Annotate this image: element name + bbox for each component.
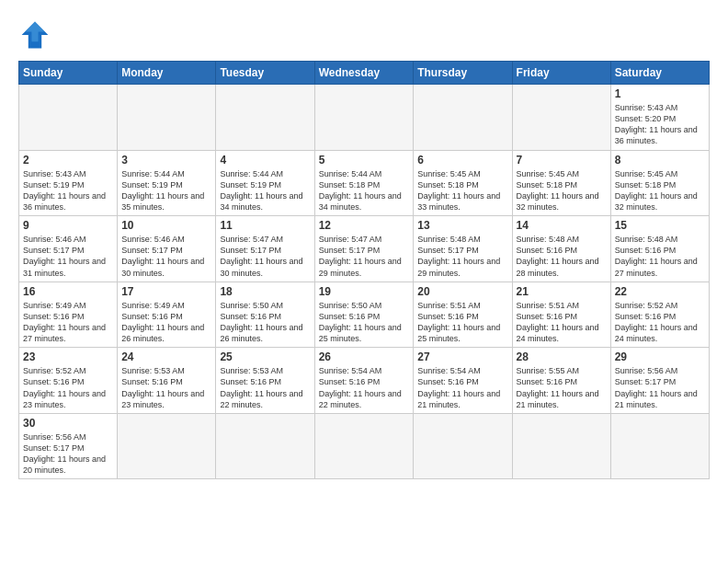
calendar-cell: 9Sunrise: 5:46 AMSunset: 5:17 PMDaylight… [19,216,118,282]
calendar-cell: 22Sunrise: 5:52 AMSunset: 5:16 PMDayligh… [610,282,709,348]
day-number: 8 [615,154,705,167]
cell-content: Sunrise: 5:45 AMSunset: 5:18 PMDaylight:… [517,168,607,213]
calendar-cell: 3Sunrise: 5:44 AMSunset: 5:19 PMDaylight… [118,150,216,216]
calendar-header-row: SundayMondayTuesdayWednesdayThursdayFrid… [19,62,710,85]
cell-content: Sunrise: 5:52 AMSunset: 5:16 PMDaylight:… [23,365,113,410]
logo-icon [18,18,51,52]
cell-content: Sunrise: 5:43 AMSunset: 5:19 PMDaylight:… [23,168,113,213]
day-number: 27 [417,350,507,363]
calendar-cell: 30Sunrise: 5:56 AMSunset: 5:17 PMDayligh… [19,413,118,479]
calendar-cell: 18Sunrise: 5:50 AMSunset: 5:16 PMDayligh… [216,282,314,348]
cell-content: Sunrise: 5:56 AMSunset: 5:17 PMDaylight:… [615,365,705,410]
calendar-cell [216,85,314,151]
cell-content: Sunrise: 5:53 AMSunset: 5:16 PMDaylight:… [121,365,211,410]
day-number: 6 [417,154,507,167]
calendar-cell: 28Sunrise: 5:55 AMSunset: 5:16 PMDayligh… [512,348,610,414]
page-header [18,18,710,52]
calendar-cell: 16Sunrise: 5:49 AMSunset: 5:16 PMDayligh… [19,282,118,348]
calendar-cell: 29Sunrise: 5:56 AMSunset: 5:17 PMDayligh… [610,348,709,414]
day-header-wednesday: Wednesday [314,62,414,85]
day-number: 11 [220,219,310,232]
calendar-cell [118,413,216,479]
calendar-cell: 20Sunrise: 5:51 AMSunset: 5:16 PMDayligh… [414,282,512,348]
cell-content: Sunrise: 5:45 AMSunset: 5:18 PMDaylight:… [615,168,705,213]
calendar-week-row: 9Sunrise: 5:46 AMSunset: 5:17 PMDaylight… [19,216,710,282]
calendar-week-row: 2Sunrise: 5:43 AMSunset: 5:19 PMDaylight… [19,150,710,216]
day-number: 15 [615,219,705,232]
calendar-cell: 13Sunrise: 5:48 AMSunset: 5:17 PMDayligh… [414,216,512,282]
cell-content: Sunrise: 5:55 AMSunset: 5:16 PMDaylight:… [517,365,607,410]
calendar-cell: 11Sunrise: 5:47 AMSunset: 5:17 PMDayligh… [216,216,314,282]
cell-content: Sunrise: 5:51 AMSunset: 5:16 PMDaylight:… [517,300,607,345]
day-number: 5 [319,154,410,167]
day-number: 20 [417,285,507,298]
cell-content: Sunrise: 5:44 AMSunset: 5:18 PMDaylight:… [319,168,410,213]
day-number: 19 [319,285,410,298]
calendar-cell [512,85,610,151]
cell-content: Sunrise: 5:45 AMSunset: 5:18 PMDaylight:… [417,168,507,213]
calendar-cell [216,413,314,479]
cell-content: Sunrise: 5:48 AMSunset: 5:16 PMDaylight:… [615,234,705,279]
cell-content: Sunrise: 5:53 AMSunset: 5:16 PMDaylight:… [220,365,310,410]
calendar-cell [19,85,118,151]
calendar-cell [414,413,512,479]
cell-content: Sunrise: 5:46 AMSunset: 5:17 PMDaylight:… [23,234,113,279]
calendar-cell: 17Sunrise: 5:49 AMSunset: 5:16 PMDayligh… [118,282,216,348]
calendar-cell: 8Sunrise: 5:45 AMSunset: 5:18 PMDaylight… [610,150,709,216]
calendar-cell: 1Sunrise: 5:43 AMSunset: 5:20 PMDaylight… [610,85,709,151]
day-header-monday: Monday [118,62,216,85]
calendar-cell: 21Sunrise: 5:51 AMSunset: 5:16 PMDayligh… [512,282,610,348]
day-number: 4 [220,154,310,167]
calendar-week-row: 23Sunrise: 5:52 AMSunset: 5:16 PMDayligh… [19,348,710,414]
calendar-cell: 6Sunrise: 5:45 AMSunset: 5:18 PMDaylight… [414,150,512,216]
day-header-thursday: Thursday [414,62,512,85]
calendar-week-row: 16Sunrise: 5:49 AMSunset: 5:16 PMDayligh… [19,282,710,348]
calendar-cell: 7Sunrise: 5:45 AMSunset: 5:18 PMDaylight… [512,150,610,216]
day-number: 13 [417,219,507,232]
day-number: 14 [517,219,607,232]
calendar-cell: 23Sunrise: 5:52 AMSunset: 5:16 PMDayligh… [19,348,118,414]
cell-content: Sunrise: 5:46 AMSunset: 5:17 PMDaylight:… [121,234,211,279]
calendar-cell [512,413,610,479]
calendar-cell: 10Sunrise: 5:46 AMSunset: 5:17 PMDayligh… [118,216,216,282]
calendar-cell: 19Sunrise: 5:50 AMSunset: 5:16 PMDayligh… [314,282,414,348]
cell-content: Sunrise: 5:56 AMSunset: 5:17 PMDaylight:… [23,431,113,477]
calendar-cell [414,85,512,151]
cell-content: Sunrise: 5:54 AMSunset: 5:16 PMDaylight:… [319,365,410,410]
cell-content: Sunrise: 5:49 AMSunset: 5:16 PMDaylight:… [23,300,113,345]
cell-content: Sunrise: 5:49 AMSunset: 5:16 PMDaylight:… [121,300,211,345]
calendar-cell [610,413,709,479]
cell-content: Sunrise: 5:48 AMSunset: 5:17 PMDaylight:… [417,234,507,279]
day-number: 25 [220,350,310,363]
cell-content: Sunrise: 5:47 AMSunset: 5:17 PMDaylight:… [319,234,410,279]
calendar-week-row: 1Sunrise: 5:43 AMSunset: 5:20 PMDaylight… [19,85,710,151]
calendar-cell: 14Sunrise: 5:48 AMSunset: 5:16 PMDayligh… [512,216,610,282]
calendar-cell [118,85,216,151]
calendar-cell: 5Sunrise: 5:44 AMSunset: 5:18 PMDaylight… [314,150,414,216]
cell-content: Sunrise: 5:50 AMSunset: 5:16 PMDaylight:… [220,300,310,345]
day-number: 3 [121,154,211,167]
day-number: 12 [319,219,410,232]
day-number: 9 [23,219,113,232]
calendar-table: SundayMondayTuesdayWednesdayThursdayFrid… [18,61,710,479]
cell-content: Sunrise: 5:48 AMSunset: 5:16 PMDaylight:… [517,234,607,279]
day-number: 24 [121,350,211,363]
cell-content: Sunrise: 5:43 AMSunset: 5:20 PMDaylight:… [615,102,705,147]
day-header-sunday: Sunday [19,62,118,85]
day-number: 17 [121,285,211,298]
day-number: 26 [319,350,410,363]
day-number: 18 [220,285,310,298]
day-number: 23 [23,350,113,363]
day-number: 30 [23,417,113,430]
day-header-friday: Friday [512,62,610,85]
calendar-cell: 4Sunrise: 5:44 AMSunset: 5:19 PMDaylight… [216,150,314,216]
calendar-cell: 2Sunrise: 5:43 AMSunset: 5:19 PMDaylight… [19,150,118,216]
day-number: 16 [23,285,113,298]
calendar-cell: 26Sunrise: 5:54 AMSunset: 5:16 PMDayligh… [314,348,414,414]
cell-content: Sunrise: 5:44 AMSunset: 5:19 PMDaylight:… [121,168,211,213]
calendar-week-row: 30Sunrise: 5:56 AMSunset: 5:17 PMDayligh… [19,413,710,479]
cell-content: Sunrise: 5:47 AMSunset: 5:17 PMDaylight:… [220,234,310,279]
day-header-tuesday: Tuesday [216,62,314,85]
cell-content: Sunrise: 5:51 AMSunset: 5:16 PMDaylight:… [417,300,507,345]
calendar-cell [314,413,414,479]
